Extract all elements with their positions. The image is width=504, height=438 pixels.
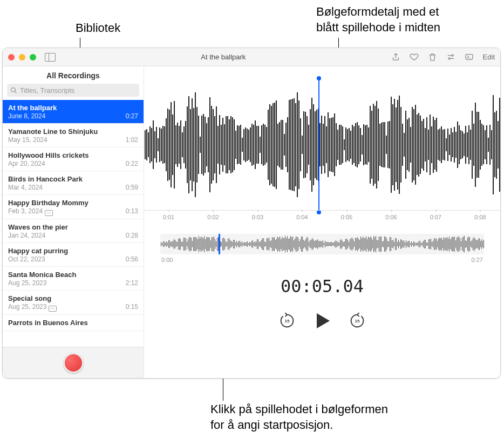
recording-meta: May 15, 20241:02 — [8, 136, 138, 144]
search-input[interactable]: Titles, Transcripts — [7, 84, 139, 97]
svg-rect-2 — [466, 55, 473, 59]
sidebar-header: All Recordings — [3, 66, 144, 84]
recording-date: Jan 24, 2024 — [8, 232, 45, 239]
search-placeholder: Titles, Transcripts — [20, 86, 74, 95]
recording-duration: 0:28 — [126, 232, 138, 239]
time-tick: 0:05 — [341, 214, 352, 220]
recording-duration: 0:15 — [126, 303, 138, 311]
skip-seconds-label: 15 — [355, 319, 360, 324]
recording-title: Birds in Hancock Park — [8, 175, 138, 183]
playhead[interactable] — [318, 78, 319, 212]
recording-title: Santa Monica Beach — [8, 271, 138, 279]
recording-meta: Aug 25, 20230:15 — [8, 303, 138, 311]
app-window: At the ballpark Edit All Recordings — [2, 48, 501, 379]
waveform-detail[interactable]: 0:010:020:030:040:050:060:070:08 — [144, 66, 500, 223]
waveform-bars — [144, 83, 500, 207]
skip-seconds-label: 15 — [285, 319, 290, 324]
callout-library: Bibliotek — [76, 21, 120, 36]
minimize-window-button[interactable] — [19, 54, 25, 60]
recording-item[interactable]: Special songAug 25, 20230:15 — [3, 291, 144, 315]
time-ticks: 0:010:020:030:040:050:060:070:08 — [144, 210, 500, 223]
recording-date: Aug 25, 2023 — [8, 303, 57, 311]
recording-meta: Apr 20, 20240:22 — [8, 160, 138, 167]
waveform-overview[interactable] — [160, 234, 484, 254]
recording-meta: Aug 25, 20232:12 — [8, 279, 138, 287]
skip-back-button[interactable]: 15 — [278, 312, 296, 330]
recording-date: June 8, 2024 — [8, 112, 45, 120]
recording-title: Hollywood Hills crickets — [8, 151, 138, 159]
trash-icon[interactable] — [428, 52, 438, 62]
time-tick: 0:06 — [385, 214, 397, 220]
playback-controls: 15 15 — [144, 312, 500, 330]
recording-meta: Mar 4, 20240:59 — [8, 184, 138, 191]
callout-text: for å angi startposisjon. — [210, 417, 388, 433]
recording-item[interactable]: Hollywood Hills cricketsApr 20, 20240:22 — [3, 147, 144, 171]
close-window-button[interactable] — [8, 54, 15, 60]
svg-point-0 — [452, 55, 453, 56]
favorite-icon[interactable] — [410, 52, 419, 62]
recording-item[interactable]: Happy Birthday MommyFeb 3, 20240:13 — [3, 195, 144, 219]
main-area: 0:010:020:030:040:050:060:070:08 0:00 0:… — [144, 66, 500, 378]
fullscreen-window-button[interactable] — [30, 54, 36, 60]
time-tick: 0:07 — [430, 214, 441, 220]
sidebar: All Recordings Titles, Transcripts At th… — [3, 66, 144, 378]
recording-title: Waves on the pier — [8, 223, 138, 231]
titlebar: At the ballpark Edit — [3, 48, 500, 66]
share-icon[interactable] — [391, 52, 401, 62]
recording-duration: 0:22 — [126, 160, 138, 167]
sidebar-toggle-icon[interactable] — [45, 53, 56, 62]
overview-start-time: 0:00 — [161, 257, 173, 263]
recording-meta: June 8, 20240:27 — [8, 112, 138, 120]
callout-overview: Klikk på spillehodet i bølgeformen for å… — [210, 402, 388, 433]
recording-title: Happy Birthday Mommy — [8, 199, 138, 207]
time-tick: 0:03 — [252, 214, 263, 220]
recording-meta: Jan 24, 20240:28 — [8, 232, 138, 239]
recording-meta: Oct 22, 20230:56 — [8, 255, 138, 263]
recording-item[interactable]: Waves on the pierJan 24, 20240:28 — [3, 219, 144, 243]
time-tick: 0:04 — [296, 214, 308, 220]
recording-duration: 0:27 — [126, 112, 138, 120]
recording-title: Special song — [8, 294, 138, 302]
callout-text: Bølgeformdetalj med et — [316, 4, 440, 20]
transcript-icon[interactable] — [465, 52, 474, 62]
recording-meta: Feb 3, 20240:13 — [8, 207, 138, 215]
recording-date: Oct 22, 2023 — [8, 255, 45, 263]
time-tick: 0:02 — [207, 214, 219, 220]
skip-forward-button[interactable]: 15 — [348, 312, 366, 330]
recording-duration: 0:56 — [126, 255, 138, 263]
recording-title: At the ballpark — [8, 104, 138, 112]
recording-item[interactable]: Happy cat purringOct 22, 20230:56 — [3, 243, 144, 267]
recording-item[interactable]: Parrots in Buenos Aires — [3, 315, 144, 331]
recording-date: Apr 20, 2024 — [8, 160, 45, 167]
recording-duration: 1:02 — [126, 136, 138, 144]
recording-date: Aug 25, 2023 — [8, 279, 46, 287]
recording-item[interactable]: Yamanote Line to ShinjukuMay 15, 20241:0… — [3, 124, 144, 147]
recording-item[interactable]: At the ballparkJune 8, 20240:27 — [3, 100, 144, 124]
recording-title: Happy cat purring — [8, 247, 138, 255]
recordings-list: At the ballparkJune 8, 20240:27Yamanote … — [3, 100, 144, 347]
time-tick: 0:01 — [163, 214, 174, 220]
recording-title: Parrots in Buenos Aires — [8, 319, 138, 327]
timecode: 00:05.04 — [144, 276, 500, 297]
recording-item[interactable]: Santa Monica BeachAug 25, 20232:12 — [3, 267, 144, 291]
svg-point-1 — [448, 58, 450, 59]
recording-duration: 2:12 — [126, 279, 138, 287]
transcript-badge-icon — [45, 210, 53, 216]
play-icon — [317, 313, 330, 328]
play-button[interactable] — [314, 312, 331, 329]
overview-end-time: 0:27 — [472, 257, 483, 263]
sidebar-footer — [3, 347, 144, 378]
transcript-badge-icon — [49, 306, 57, 312]
edit-button[interactable]: Edit — [483, 53, 495, 61]
record-button[interactable] — [63, 353, 84, 373]
settings-sliders-icon[interactable] — [446, 52, 456, 62]
recording-date: Feb 3, 2024 — [8, 207, 53, 215]
callout-text: blått spillehode i midten — [316, 20, 440, 36]
callout-waveform-top: Bølgeformdetalj med et blått spillehode … — [316, 4, 440, 35]
recording-duration: 0:13 — [126, 207, 138, 215]
window-controls — [8, 54, 36, 60]
recording-date: Mar 4, 2024 — [8, 184, 43, 191]
time-tick: 0:08 — [474, 214, 486, 220]
overview-playhead[interactable] — [219, 234, 220, 254]
recording-item[interactable]: Birds in Hancock ParkMar 4, 20240:59 — [3, 171, 144, 195]
